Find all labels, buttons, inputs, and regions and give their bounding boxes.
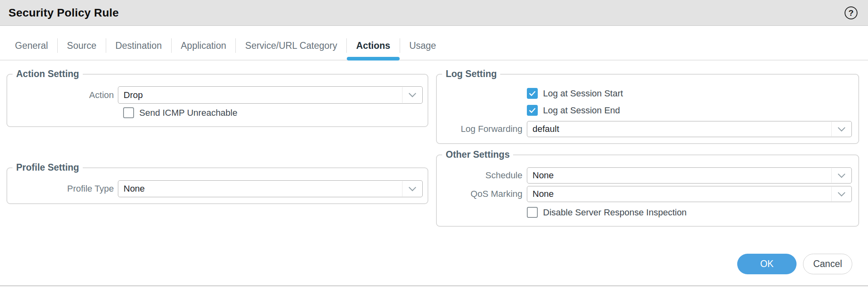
action-setting-panel: Action Setting Action Drop Send ICMP Unr… xyxy=(6,74,428,127)
log-setting-legend: Log Setting xyxy=(442,69,500,79)
send-icmp-unreachable-label: Send ICMP Unreachable xyxy=(139,108,237,118)
log-at-session-end-label: Log at Session End xyxy=(543,105,620,116)
tab-destination[interactable]: Destination xyxy=(106,31,171,60)
security-policy-rule-dialog: Security Policy Rule ? General Source De… xyxy=(0,0,868,288)
cancel-button[interactable]: Cancel xyxy=(803,254,852,274)
log-forwarding-dropdown[interactable]: default xyxy=(527,121,852,137)
schedule-label: Schedule xyxy=(437,170,527,181)
tab-source[interactable]: Source xyxy=(58,31,106,60)
profile-type-dropdown[interactable]: None xyxy=(118,180,423,197)
checkbox-box xyxy=(527,105,538,116)
log-setting-panel: Log Setting Log at Session Start Log at … xyxy=(436,74,859,144)
action-dropdown[interactable]: Drop xyxy=(118,86,423,104)
checkbox-box xyxy=(527,88,538,99)
disable-server-response-inspection-label: Disable Server Response Inspection xyxy=(543,207,687,218)
action-setting-legend: Action Setting xyxy=(13,69,83,79)
help-icon[interactable]: ? xyxy=(845,6,858,19)
log-forwarding-label: Log Forwarding xyxy=(437,124,527,134)
dialog-titlebar: Security Policy Rule ? xyxy=(0,0,868,26)
qos-marking-dropdown-value: None xyxy=(533,189,554,199)
tab-general[interactable]: General xyxy=(6,31,57,60)
log-forwarding-dropdown-value: default xyxy=(533,124,559,134)
dialog-bottom-edge xyxy=(0,285,868,286)
tab-usage[interactable]: Usage xyxy=(400,31,445,60)
tab-actions[interactable]: Actions xyxy=(347,31,399,60)
chevron-down-icon xyxy=(831,187,851,201)
tab-service-url-category[interactable]: Service/URL Category xyxy=(236,31,346,60)
log-at-session-start-checkbox[interactable]: Log at Session Start xyxy=(527,88,623,99)
action-label: Action xyxy=(7,90,118,100)
profile-setting-legend: Profile Setting xyxy=(13,162,83,173)
chevron-down-icon xyxy=(402,87,422,103)
log-at-session-start-label: Log at Session Start xyxy=(543,88,623,99)
qos-marking-label: QoS Marking xyxy=(437,189,527,199)
profile-setting-panel: Profile Setting Profile Type None xyxy=(6,167,428,204)
checkbox-box xyxy=(527,207,538,218)
schedule-dropdown-value: None xyxy=(533,170,554,181)
log-at-session-end-checkbox[interactable]: Log at Session End xyxy=(527,105,620,116)
tab-application[interactable]: Application xyxy=(172,31,236,60)
ok-button[interactable]: OK xyxy=(737,254,797,274)
schedule-dropdown[interactable]: None xyxy=(527,167,852,184)
disable-server-response-inspection-checkbox[interactable]: Disable Server Response Inspection xyxy=(527,207,687,218)
dialog-title: Security Policy Rule xyxy=(8,6,119,19)
tab-bar: General Source Destination Application S… xyxy=(0,26,868,61)
checkbox-box xyxy=(123,107,134,118)
chevron-down-icon xyxy=(831,122,851,136)
profile-type-label: Profile Type xyxy=(7,184,118,194)
chevron-down-icon xyxy=(831,168,851,183)
other-settings-panel: Other Settings Schedule None QoS Marking… xyxy=(436,154,859,227)
action-dropdown-value: Drop xyxy=(124,90,143,100)
qos-marking-dropdown[interactable]: None xyxy=(527,186,852,202)
other-settings-legend: Other Settings xyxy=(442,149,513,160)
chevron-down-icon xyxy=(402,181,422,196)
send-icmp-unreachable-checkbox[interactable]: Send ICMP Unreachable xyxy=(123,107,237,118)
profile-type-dropdown-value: None xyxy=(124,184,145,194)
